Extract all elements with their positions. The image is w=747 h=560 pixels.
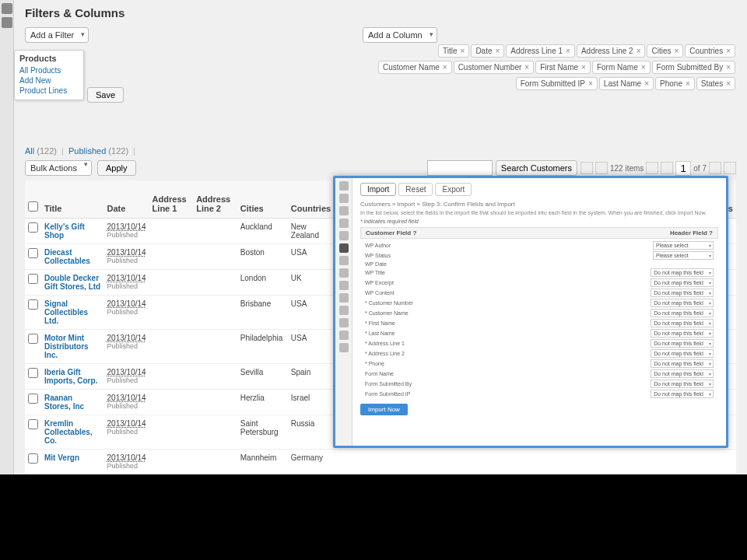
row-checkbox[interactable]: [28, 453, 38, 464]
overlay-rail-icon[interactable]: [339, 268, 349, 278]
row-checkbox[interactable]: [28, 222, 38, 233]
import-now-button[interactable]: Import Now: [360, 404, 408, 415]
save-button[interactable]: Save: [87, 87, 124, 103]
remove-tag-icon[interactable]: ×: [726, 47, 731, 55]
row-title-link[interactable]: Double Decker Gift Stores, Ltd: [44, 274, 100, 291]
bulk-actions-dropdown[interactable]: Bulk Actions: [25, 160, 92, 176]
overlay-rail-icon[interactable]: [339, 181, 349, 191]
pager-last[interactable]: [724, 162, 736, 174]
view-list-icon[interactable]: [595, 162, 608, 174]
filter-all[interactable]: All: [25, 146, 34, 156]
overlay-rail-icon[interactable]: [339, 343, 349, 352]
map-row-select[interactable]: Do not map this field: [651, 289, 714, 297]
flyout-link[interactable]: Product Lines: [19, 86, 79, 95]
remove-tag-icon[interactable]: ×: [644, 79, 649, 88]
map-row: WP ExcerptDo not map this field: [360, 278, 718, 288]
select-all-checkbox[interactable]: [28, 201, 38, 212]
pager-page-input[interactable]: [675, 161, 691, 176]
map-row-select[interactable]: Do not map this field: [651, 278, 714, 287]
remove-tag-icon[interactable]: ×: [581, 63, 586, 72]
col-header[interactable]: Address Line 1: [149, 180, 194, 219]
column-tag: States×: [696, 77, 735, 90]
overlay-tab[interactable]: Import: [360, 183, 396, 196]
map-row-select[interactable]: Do not map this field: [651, 390, 714, 398]
row-title-link[interactable]: Diecast Collectables: [44, 248, 90, 265]
row-checkbox[interactable]: [28, 419, 38, 429]
overlay-tab[interactable]: Export: [435, 183, 472, 196]
map-row-select[interactable]: Please select: [653, 251, 714, 260]
remove-tag-icon[interactable]: ×: [675, 47, 679, 55]
col-header[interactable]: Date: [104, 180, 149, 219]
map-row: WP AuthorPlease select: [360, 240, 718, 250]
remove-tag-icon[interactable]: ×: [686, 79, 690, 88]
row-checkbox[interactable]: [28, 368, 38, 378]
map-row-select[interactable]: Do not map this field: [651, 309, 714, 317]
rail-icon[interactable]: [2, 3, 12, 14]
row-checkbox[interactable]: [28, 334, 38, 344]
map-row-select[interactable]: Do not map this field: [651, 329, 714, 338]
overlay-rail-icon[interactable]: [339, 331, 349, 340]
row-title-link[interactable]: Kelly's Gift Shop: [44, 222, 85, 240]
view-thumb-icon[interactable]: [580, 162, 593, 174]
row-title-link[interactable]: Iberia Gift Imports, Corp.: [44, 368, 97, 385]
row-checkbox[interactable]: [28, 299, 38, 310]
col-header[interactable]: Title: [41, 180, 104, 219]
remove-tag-icon[interactable]: ×: [443, 63, 447, 72]
row-checkbox[interactable]: [28, 248, 38, 258]
row-title-link[interactable]: Motor Mint Distributors Inc.: [44, 334, 89, 359]
row-title-link[interactable]: Signal Collectibles Ltd.: [44, 299, 88, 325]
overlay-rail-icon-active[interactable]: [339, 243, 349, 253]
remove-tag-icon[interactable]: ×: [524, 63, 529, 72]
add-column-dropdown[interactable]: Add a Column: [363, 27, 437, 43]
pager-next[interactable]: [709, 162, 721, 174]
overlay-rail-icon[interactable]: [339, 293, 349, 303]
remove-tag-icon[interactable]: ×: [726, 79, 731, 88]
remove-tag-icon[interactable]: ×: [588, 79, 593, 88]
overlay-rail-icon[interactable]: [339, 231, 349, 240]
overlay-rail-icon[interactable]: [339, 194, 349, 203]
overlay-tab[interactable]: Reset: [398, 183, 433, 196]
map-row-select[interactable]: Do not map this field: [651, 319, 714, 327]
row-title-link[interactable]: Raanan Stores, Inc: [44, 394, 84, 411]
add-filter-dropdown[interactable]: Add a Filter: [25, 27, 89, 43]
map-row-select[interactable]: Do not map this field: [651, 369, 714, 378]
col-header[interactable]: [25, 180, 41, 219]
rail-icon[interactable]: [2, 17, 12, 28]
map-row-select[interactable]: Do not map this field: [651, 339, 714, 348]
overlay-rail-icon[interactable]: [339, 206, 349, 215]
remove-tag-icon[interactable]: ×: [726, 63, 731, 72]
flyout-link[interactable]: All Products: [19, 66, 79, 75]
overlay-rail-icon[interactable]: [339, 281, 349, 290]
pager-prev[interactable]: [661, 162, 673, 174]
col-header[interactable]: Countries: [288, 180, 335, 219]
remove-tag-icon[interactable]: ×: [566, 47, 570, 55]
remove-tag-icon[interactable]: ×: [496, 47, 500, 55]
cell: Auckland: [237, 219, 288, 244]
search-input[interactable]: [427, 160, 493, 176]
map-row-select[interactable]: Do not map this field: [651, 268, 714, 277]
flyout-title: Products: [19, 54, 79, 63]
apply-button[interactable]: Apply: [97, 160, 136, 176]
row-title-link[interactable]: Mit Vergn: [44, 453, 79, 462]
col-header[interactable]: Address Line 2: [193, 180, 237, 219]
overlay-rail-icon[interactable]: [339, 256, 349, 265]
flyout-link[interactable]: Add New: [19, 76, 79, 85]
filter-published[interactable]: Published: [68, 146, 106, 156]
col-header[interactable]: Cities: [237, 180, 288, 219]
remove-tag-icon[interactable]: ×: [461, 47, 465, 55]
map-row-select[interactable]: Do not map this field: [651, 359, 714, 368]
map-row-select[interactable]: Do not map this field: [651, 380, 714, 388]
overlay-rail-icon[interactable]: [339, 306, 349, 315]
pager-first[interactable]: [646, 162, 658, 174]
search-button[interactable]: Search Customers: [496, 160, 577, 176]
row-checkbox[interactable]: [28, 394, 38, 404]
remove-tag-icon[interactable]: ×: [637, 47, 641, 55]
overlay-rail-icon[interactable]: [339, 318, 349, 327]
map-row-select[interactable]: Do not map this field: [651, 299, 714, 307]
map-row-select[interactable]: Do not map this field: [651, 349, 714, 358]
map-row-select[interactable]: Please select: [653, 241, 714, 250]
row-checkbox[interactable]: [28, 274, 38, 284]
remove-tag-icon[interactable]: ×: [641, 63, 646, 72]
overlay-rail-icon[interactable]: [339, 219, 349, 228]
row-title-link[interactable]: Kremlin Collectables, Co.: [44, 419, 93, 445]
